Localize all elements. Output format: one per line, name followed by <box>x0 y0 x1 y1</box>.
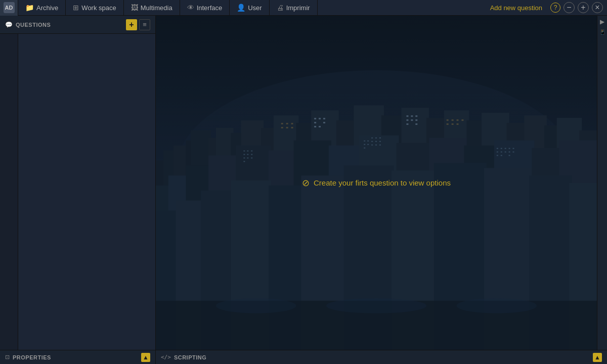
nav-item-imprimir[interactable]: 🖨 Imprimir <box>270 0 318 16</box>
logo-icon: AD <box>4 2 15 13</box>
nav-label-interface: Interface <box>197 4 223 12</box>
logo-button[interactable]: AD <box>0 0 18 16</box>
imprimir-icon: 🖨 <box>277 4 284 12</box>
nav-label-workspace: Work space <box>81 4 116 12</box>
scripting-icon: </> <box>161 354 171 360</box>
workspace-icon: ⊞ <box>73 4 79 12</box>
scripting-expand-button[interactable]: ▲ <box>593 353 602 362</box>
help-button[interactable]: ? <box>550 3 560 13</box>
nav-item-user[interactable]: 👤 User <box>230 0 269 16</box>
properties-expand-button[interactable]: ▲ <box>141 353 150 362</box>
nav-item-interface[interactable]: 👁 Interface <box>180 0 230 16</box>
questions-panel-icon: 💬 <box>5 21 13 28</box>
questions-panel-title: QUESTIONS <box>16 22 124 28</box>
nav-item-archive[interactable]: 📁 Archive <box>18 0 66 16</box>
panel-side-strip <box>0 34 18 350</box>
interface-icon: 👁 <box>187 4 194 12</box>
archive-icon: 📁 <box>25 4 34 12</box>
right-mobile-button[interactable]: 📱 <box>598 28 606 36</box>
properties-icon: ⊡ <box>5 354 10 360</box>
scripting-section: </> SCRIPTING ▲ <box>156 350 607 364</box>
canvas-message-icon: ⊘ <box>302 177 310 189</box>
zoom-reset-button[interactable]: × <box>592 2 603 13</box>
properties-title: PROPERTIES <box>13 354 141 360</box>
canvas-area: ⊘ Create your firts question to view opt… <box>156 16 597 350</box>
top-nav: AD 📁 Archive ⊞ Work space 🖼 Multimedia 👁… <box>0 0 607 16</box>
left-panel: 💬 QUESTIONS + ≡ <box>0 16 156 350</box>
nav-label-multimedia: Multimedia <box>141 4 172 12</box>
add-question-button[interactable]: + <box>126 19 137 30</box>
properties-section: ⊡ PROPERTIES ▲ <box>0 350 156 364</box>
questions-menu-button[interactable]: ≡ <box>139 19 150 30</box>
canvas-empty-message: ⊘ Create your firts question to view opt… <box>302 177 451 189</box>
nav-item-multimedia[interactable]: 🖼 Multimedia <box>124 0 180 16</box>
canvas-message-text: Create your firts question to view optio… <box>314 178 451 187</box>
right-strip: ▶ 📱 <box>597 16 607 350</box>
questions-panel-header: 💬 QUESTIONS + ≡ <box>0 16 155 34</box>
nav-label-archive: Archive <box>36 4 58 12</box>
main-area: 💬 QUESTIONS + ≡ <box>0 16 607 350</box>
user-icon: 👤 <box>237 4 245 12</box>
questions-panel-content <box>0 34 155 350</box>
bottom-bar: ⊡ PROPERTIES ▲ </> SCRIPTING ▲ <box>0 350 607 364</box>
nav-item-workspace[interactable]: ⊞ Work space <box>66 0 123 16</box>
nav-label-user: User <box>248 4 262 12</box>
zoom-in-button[interactable]: + <box>578 2 589 13</box>
nav-right: Add new question ? − + × <box>485 2 607 13</box>
questions-list-area <box>18 34 155 350</box>
scripting-title: SCRIPTING <box>174 354 593 360</box>
add-new-question-button[interactable]: Add new question <box>485 4 547 12</box>
zoom-out-button[interactable]: − <box>563 2 575 13</box>
nav-label-imprimir: Imprimir <box>286 4 310 12</box>
multimedia-icon: 🖼 <box>131 4 138 12</box>
right-expand-button[interactable]: ▶ <box>598 18 606 26</box>
